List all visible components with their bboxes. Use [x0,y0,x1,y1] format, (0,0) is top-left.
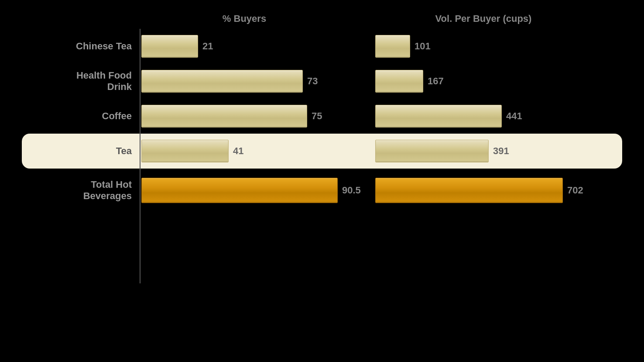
chart-body: Chinese Tea 21 101 Health FoodDrink [26,29,618,345]
right-axis-header: Vol. Per Buyer (cups) [349,13,618,24]
left-bar-value-0: 21 [202,41,213,52]
right-bar-wrap-0: 101 [375,35,431,58]
left-section-3: 41 [140,140,349,162]
right-bar-0 [375,35,410,58]
left-section-1: 73 [140,70,349,93]
row-bars-4: 90.5 702 [140,178,618,203]
left-bar-3 [141,140,229,162]
row-bars-2: 75 441 [140,105,618,128]
right-section-3: 391 [349,140,618,162]
left-bar-value-1: 73 [307,76,318,87]
right-bar-value-0: 101 [414,41,431,52]
left-section-4: 90.5 [140,178,349,203]
row-label-2: Coffee [26,110,140,122]
chart-container: % Buyers Vol. Per Buyer (cups) Chinese T… [0,0,644,362]
right-bar-value-2: 441 [506,110,522,122]
left-bar-value-2: 75 [312,110,322,122]
left-bar-0 [141,35,198,58]
row-label-4: Total HotBeverages [26,179,140,202]
right-bar-4 [375,178,563,203]
left-bar-value-3: 41 [233,145,243,157]
left-bar-2 [141,105,307,128]
row-label-3: Tea [26,145,140,157]
left-bar-wrap-3: 41 [141,140,243,162]
left-section-2: 75 [140,105,349,128]
chart-row-4: Total HotBeverages 90.5 702 [26,169,618,212]
headers-row: % Buyers Vol. Per Buyer (cups) [140,13,618,24]
right-bar-3 [375,140,489,162]
right-bar-wrap-4: 702 [375,178,583,203]
left-bar-wrap-0: 21 [141,35,213,58]
row-bars-0: 21 101 [140,35,618,58]
rows-container: Chinese Tea 21 101 Health FoodDrink [26,29,618,212]
left-bar-wrap-1: 73 [141,70,318,93]
left-bar-wrap-4: 90.5 [141,178,361,203]
right-bar-2 [375,105,502,128]
right-bar-wrap-2: 441 [375,105,522,128]
chart-row-3: Tea 41 391 [22,134,622,169]
row-bars-1: 73 167 [140,70,618,93]
right-bar-wrap-1: 167 [375,70,444,93]
right-bar-1 [375,70,423,93]
right-bar-value-4: 702 [567,185,583,196]
left-section-0: 21 [140,35,349,58]
row-label-1: Health FoodDrink [26,70,140,93]
chart-row-2: Coffee 75 441 [26,99,618,134]
left-bar-4 [141,178,338,203]
right-bar-wrap-3: 391 [375,140,509,162]
left-bar-1 [141,70,303,93]
left-bar-wrap-2: 75 [141,105,322,128]
axis-line [140,29,140,283]
right-bar-value-1: 167 [428,76,444,87]
right-section-0: 101 [349,35,618,58]
right-section-2: 441 [349,105,618,128]
left-axis-header: % Buyers [140,13,349,24]
row-bars-3: 41 391 [140,140,618,162]
chart-row-1: Health FoodDrink 73 167 [26,64,618,99]
row-label-0: Chinese Tea [26,41,140,52]
right-section-1: 167 [349,70,618,93]
right-section-4: 702 [349,178,618,203]
right-bar-value-3: 391 [493,145,509,157]
chart-row-0: Chinese Tea 21 101 [26,29,618,64]
